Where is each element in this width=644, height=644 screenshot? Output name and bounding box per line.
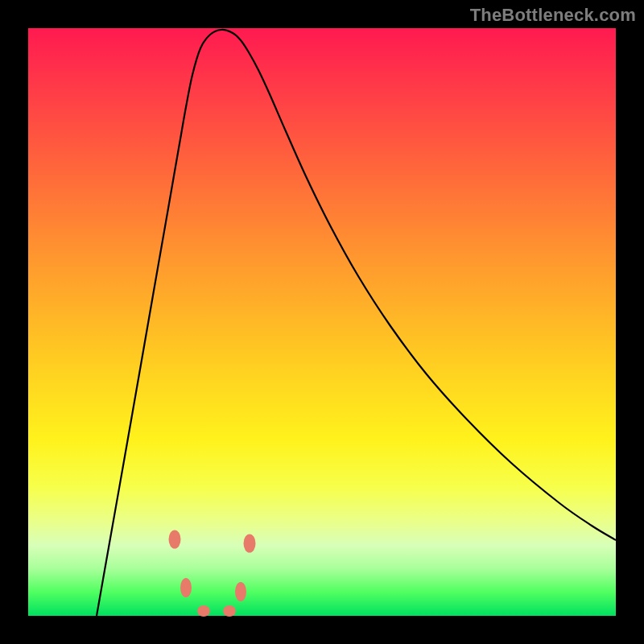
chart-plot-area <box>28 28 616 616</box>
marker-bottom-right <box>223 605 236 617</box>
watermark-text: TheBottleneck.com <box>470 5 636 26</box>
marker-right-upper <box>244 535 256 553</box>
marker-right-lower <box>235 582 246 601</box>
bottleneck-curve <box>97 30 616 616</box>
curve-svg <box>28 28 616 616</box>
marker-bottom-left <box>197 605 210 617</box>
marker-left-lower <box>180 578 192 597</box>
marker-left-upper <box>169 530 181 549</box>
outer-frame: TheBottleneck.com <box>0 0 644 644</box>
